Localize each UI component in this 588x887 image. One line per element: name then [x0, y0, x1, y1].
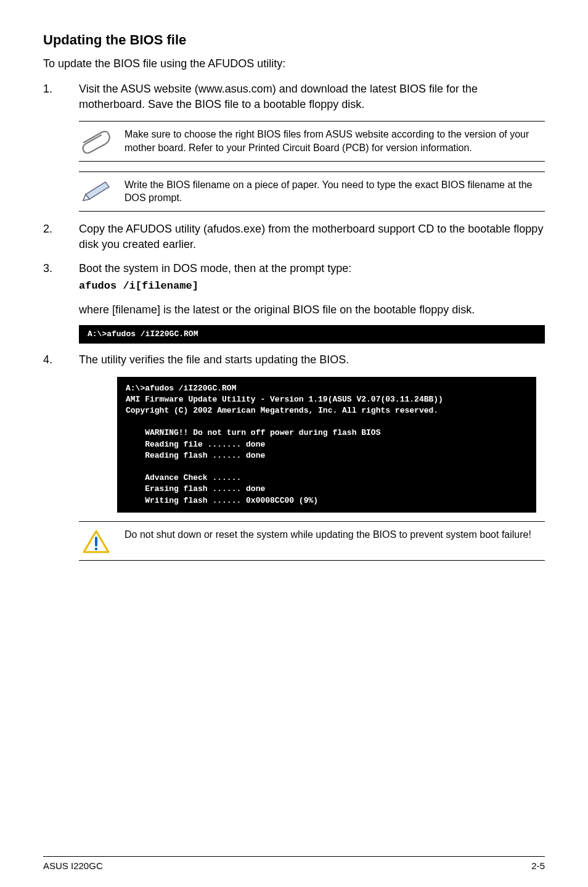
- pencil-icon: [79, 178, 113, 203]
- paperclip-icon: [79, 128, 113, 154]
- step-number: 2.: [43, 221, 60, 252]
- section-heading: Updating the BIOS file: [43, 31, 545, 50]
- note-info-1: Make sure to choose the right BIOS files…: [79, 121, 545, 161]
- step-2: 2. Copy the AFUDOS utility (afudos.exe) …: [43, 221, 545, 252]
- step-number: 3.: [43, 261, 60, 294]
- step-3: 3. Boot the system in DOS mode, then at …: [43, 261, 545, 294]
- where-line: where [filename] is the latest or the or…: [79, 302, 545, 318]
- step-4: 4. The utility verifies the file and sta…: [43, 352, 545, 368]
- command-text: afudos /i[filename]: [79, 279, 545, 294]
- svg-point-1: [95, 548, 97, 550]
- step-body: Visit the ASUS website (www.asus.com) an…: [79, 81, 545, 112]
- warning-icon: [79, 528, 113, 554]
- step-text: Boot the system in DOS mode, then at the…: [79, 262, 351, 274]
- note-text: Make sure to choose the right BIOS files…: [125, 128, 542, 154]
- caution-note: Do not shut down or reset the system whi…: [79, 521, 545, 561]
- step-number: 4.: [43, 352, 60, 368]
- step-body: Boot the system in DOS mode, then at the…: [79, 261, 545, 294]
- step-number: 1.: [43, 81, 60, 112]
- note-info-2: Write the BIOS filename on a piece of pa…: [79, 171, 545, 212]
- step-body: Copy the AFUDOS utility (afudos.exe) fro…: [79, 221, 545, 252]
- note-text: Write the BIOS filename on a piece of pa…: [125, 178, 542, 205]
- terminal-output-2: A:\>afudos /iI220GC.ROM AMI Firmware Upd…: [117, 377, 536, 513]
- terminal-output-1: A:\>afudos /iI220GC.ROM: [79, 325, 545, 344]
- step-1: 1. Visit the ASUS website (www.asus.com)…: [43, 81, 545, 112]
- intro-text: To update the BIOS file using the AFUDOS…: [43, 56, 545, 72]
- step-body: The utility verifies the file and starts…: [79, 352, 545, 368]
- caution-text: Do not shut down or reset the system whi…: [125, 528, 542, 542]
